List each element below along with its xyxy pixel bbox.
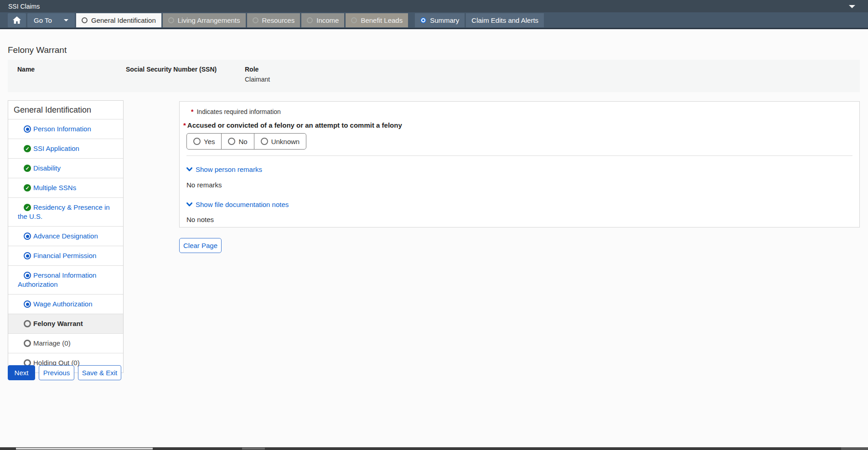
tab-income[interactable]: Income (301, 13, 344, 27)
tab-claim-edits-and-alerts[interactable]: Claim Edits and Alerts (466, 13, 544, 27)
felony-option-unknown[interactable]: Unknown (254, 134, 306, 149)
sidebar-item-wage-authorization[interactable]: Wage Authorization (8, 294, 123, 314)
sidebar-item-marriage-0[interactable]: Marriage (0) (8, 333, 123, 353)
radio-ring-icon (168, 17, 174, 23)
app-title: SSI Claims (8, 3, 40, 10)
tab-label: Living Arrangements (178, 16, 240, 24)
sidebar-item-label: SSI Application (33, 145, 79, 152)
radio-option-label: No (238, 138, 247, 145)
ssn-label: Social Security Number (SSN) (126, 66, 217, 73)
status-in-progress-icon (24, 125, 31, 133)
goto-dropdown[interactable]: Go To (27, 13, 75, 27)
sidebar-item-label: Felony Warrant (33, 320, 83, 327)
scrollbar-segment (242, 448, 265, 450)
name-label: Name (17, 66, 35, 73)
felony-warrant-form-panel: *Indicates required information *Accused… (179, 101, 860, 228)
sidebar-item-label: Residency & Presence in the U.S. (18, 203, 110, 220)
sidebar-item-financial-permission[interactable]: Financial Permission (8, 246, 123, 265)
sidebar-item-label: Multiple SSNs (33, 184, 76, 191)
status-complete-icon (24, 184, 31, 191)
radio-button-icon[interactable] (261, 138, 268, 145)
radio-option-label: Unknown (271, 138, 300, 145)
radio-button-icon[interactable] (193, 138, 201, 145)
sidebar-item-label: Financial Permission (33, 252, 96, 259)
status-in-progress-icon (24, 272, 31, 279)
tab-label: Benefit Leads (361, 16, 403, 24)
status-complete-icon (24, 204, 31, 211)
previous-button[interactable]: Previous (39, 365, 74, 380)
status-in-progress-icon (24, 233, 31, 240)
tab-living-arrangements[interactable]: Living Arrangements (163, 13, 246, 27)
sidebar-item-label: Wage Authorization (33, 300, 93, 308)
tab-resources[interactable]: Resources (247, 13, 300, 27)
page-title: Felony Warrant (8, 45, 67, 55)
status-in-progress-icon (24, 300, 31, 308)
horizontal-scrollbar[interactable] (0, 447, 868, 450)
role-label: Role (245, 66, 258, 73)
sidebar-title: General Identification (8, 101, 123, 119)
sidebar-item-label: Person Information (33, 125, 91, 133)
status-current-icon (24, 320, 31, 327)
clear-page-button[interactable]: Clear Page (179, 238, 222, 253)
tab-benefit-leads[interactable]: Benefit Leads (346, 13, 408, 27)
scrollbar-thumb[interactable] (16, 448, 153, 450)
radio-option-label: Yes (204, 138, 215, 145)
home-icon (13, 16, 21, 24)
chevron-down-icon (186, 167, 192, 171)
felony-question-label: *Accused or convicted of a felony or an … (183, 121, 852, 129)
chevron-down-icon (186, 202, 192, 207)
radio-selected-icon (420, 17, 426, 23)
tab-label: General Identification (91, 16, 156, 24)
felony-radio-group: YesNoUnknown (186, 133, 306, 150)
status-not-started-icon (24, 340, 31, 347)
status-complete-icon (24, 145, 31, 152)
file-notes-content: No notes (186, 216, 852, 223)
sidebar-item-multiple-ssns[interactable]: Multiple SSNs (8, 178, 123, 197)
radio-ring-icon (351, 17, 357, 23)
felony-option-no[interactable]: No (221, 134, 253, 149)
tab-label: Income (316, 16, 339, 24)
felony-option-yes[interactable]: Yes (187, 134, 221, 149)
save-exit-button[interactable]: Save & Exit (78, 365, 121, 380)
sidebar-item-residency-presence-in-the-u-s[interactable]: Residency & Presence in the U.S. (8, 197, 123, 226)
sidebar-item-disability[interactable]: Disability (8, 158, 123, 178)
role-value: Claimant (245, 76, 270, 83)
required-asterisk: * (183, 121, 186, 129)
tab-label: Summary (430, 16, 459, 24)
sidebar-item-felony-warrant[interactable]: Felony Warrant (8, 314, 123, 333)
status-in-progress-icon (24, 252, 31, 259)
tab-summary[interactable]: Summary (415, 13, 465, 27)
tab-general-identification[interactable]: General Identification (76, 13, 161, 27)
goto-label: Go To (34, 16, 52, 24)
sidebar-item-person-information[interactable]: Person Information (8, 119, 123, 139)
scrollbar-corner (841, 447, 868, 450)
sidebar-item-advance-designation[interactable]: Advance Designation (8, 226, 123, 246)
sidebar-item-label: Advance Designation (33, 232, 98, 240)
sidebar-item-ssi-application[interactable]: SSI Application (8, 139, 123, 158)
status-complete-icon (24, 165, 31, 172)
required-info-note: *Indicates required information (191, 108, 852, 115)
chevron-down-icon[interactable] (849, 5, 855, 8)
radio-ring-icon (82, 17, 88, 23)
person-summary-bar: Name Social Security Number (SSN) Role C… (8, 60, 860, 92)
tab-label: Claim Edits and Alerts (471, 16, 538, 24)
chevron-down-icon (64, 19, 68, 21)
main-nav: Go To General IdentificationLiving Arran… (0, 12, 868, 29)
show-person-remarks-toggle[interactable]: Show person remarks (186, 166, 262, 173)
show-file-documentation-notes-toggle[interactable]: Show file documentation notes (186, 201, 289, 208)
person-remarks-content: No remarks (186, 181, 852, 189)
section-divider (186, 155, 852, 156)
sidebar-item-label: Marriage (0) (33, 339, 71, 347)
tab-label: Resources (262, 16, 295, 24)
next-button[interactable]: Next (8, 365, 35, 380)
radio-button-icon[interactable] (228, 138, 235, 145)
required-asterisk: * (191, 108, 193, 115)
radio-ring-icon (253, 17, 258, 23)
radio-ring-icon (307, 17, 313, 23)
section-sidebar: General Identification Person Informatio… (8, 100, 124, 373)
sidebar-item-personal-information-authorization[interactable]: Personal Information Authorization (8, 265, 123, 294)
app-title-bar: SSI Claims (0, 0, 868, 12)
home-button[interactable] (8, 13, 26, 27)
sidebar-item-label: Disability (33, 164, 61, 172)
wizard-actions: Next Previous Save & Exit (8, 365, 121, 380)
